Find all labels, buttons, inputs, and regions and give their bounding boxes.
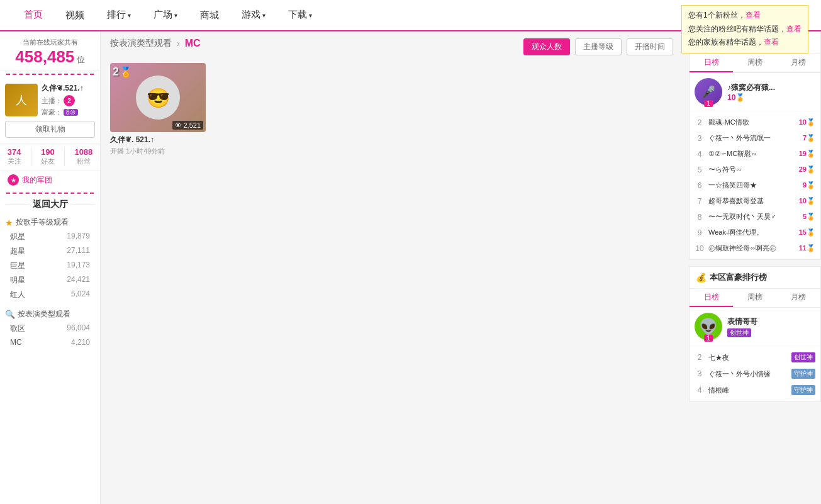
rich-rank-1[interactable]: 👽 1 表情哥哥 创世神	[690, 308, 820, 346]
rank-info-4: ①②∽MC靳慰∽	[708, 149, 795, 159]
host-rank-item-7[interactable]: 7 超哥恭喜默哥登基 10🏅	[690, 193, 820, 209]
tab-monthly-host[interactable]: 月榜	[777, 54, 820, 72]
host-rank-item-6[interactable]: 6 一☆搞笑四哥★ 9🏅	[690, 177, 820, 193]
host-rank1-score: 10🏅	[727, 93, 745, 102]
host-rank-item-4[interactable]: 4 ①②∽MC靳慰∽ 19🏅	[690, 146, 820, 162]
friends-count: 190	[41, 147, 55, 157]
host-ranking-tabs: 日榜 周榜 月榜	[690, 54, 820, 73]
nav-download[interactable]: 下载	[277, 0, 323, 31]
divider-1	[6, 74, 94, 75]
notification-link-3[interactable]: 查看	[764, 38, 779, 47]
stream-card-1[interactable]: 😎 2 🏅 👁 2,521 久伴❦. 521.↑ 开播 1小时49分前	[110, 63, 206, 156]
rich-badge: 8⑩	[64, 109, 78, 116]
follow-label: 关注	[8, 157, 21, 166]
rich-rank-name-3: ぐ筱一丶外号小情缘	[708, 369, 788, 379]
rich-rank-list: 2 七★夜 创世神 3 ぐ筱一丶外号小情缘 守护神 4 情根峰	[690, 346, 820, 401]
rich-rank-badge-2: 创世神	[791, 352, 815, 362]
host-rank-item-3[interactable]: 3 ぐ筱一丶外号流氓一 7🏅	[690, 130, 820, 146]
nav-section-singer: ★ 按歌手等级观看 炽星 19,879 超星 27,111 巨星 19,173 …	[5, 215, 95, 302]
nav-row-chixing[interactable]: 炽星 19,879	[5, 230, 95, 244]
tab-weekly-host[interactable]: 周榜	[733, 54, 776, 72]
stat-follow[interactable]: 374 关注	[8, 147, 21, 166]
host-ranking-box: 🏆 本区主播排行榜 日榜 周榜 月榜 🎤 1 ♪猿窝必有猿...	[689, 31, 821, 260]
rich-rank-name-4: 情根峰	[708, 386, 788, 395]
user-profile: 人 久伴❦.521.↑ 主播： 2 富豪： 8⑩ 领取礼物	[0, 78, 100, 143]
user-meta-rich: 富豪： 8⑩	[42, 108, 95, 117]
nav-section-type: 🔍 按表演类型观看 歌区 96,004 MC 4,210	[5, 307, 95, 349]
rich-rank-info-3: ぐ筱一丶外号小情缘	[708, 369, 788, 379]
rich-rank-item-2[interactable]: 2 七★夜 创世神	[690, 349, 820, 366]
fans-label: 粉丝	[74, 157, 92, 166]
rich-rank-num-3: 3	[695, 369, 705, 378]
star-icon: ★	[5, 218, 13, 228]
nav-row-mc[interactable]: MC 4,210	[5, 336, 95, 349]
nav-games[interactable]: 游戏	[230, 0, 277, 31]
rank-num-2: 2	[695, 118, 705, 127]
nav-row-juxing[interactable]: 巨星 19,173	[5, 259, 95, 273]
host-rank-item-8[interactable]: 8 〜〜无双时代丶天昊♂ 5🏅	[690, 209, 820, 225]
host-rank-item-9[interactable]: 9 Weak-啊佳代理。 15🏅	[690, 225, 820, 240]
stream-grid: 😎 2 🏅 👁 2,521 久伴❦. 521.↑ 开播 1小时49分前	[110, 63, 673, 156]
search-icon: 🔍	[5, 310, 15, 319]
stat-friends[interactable]: 190 好友	[41, 147, 55, 166]
rank-name-3: ぐ筱一丶外号流氓一	[708, 133, 799, 143]
filter-time[interactable]: 开播时间	[627, 38, 673, 55]
user-info-col: 久伴❦.521.↑ 主播： 2 富豪： 8⑩	[42, 83, 95, 117]
rank-info-5: 〜ら符号∽	[708, 165, 795, 174]
notification-3: 您的家族有精华话题，查看	[688, 36, 801, 50]
nav-plaza[interactable]: 广场	[142, 0, 189, 31]
notification-1: 您有1个新粉丝，查看	[688, 9, 801, 23]
notification-link-1[interactable]: 查看	[746, 11, 761, 20]
breadcrumb-parent[interactable]: 按表演类型观看	[110, 38, 172, 49]
user-avatar-row: 人 久伴❦.521.↑ 主播： 2 富豪： 8⑩	[5, 83, 95, 117]
rich-rank-item-4[interactable]: 4 情根峰 守护神	[690, 382, 820, 398]
rank-name-4: ①②∽MC靳慰∽	[708, 149, 795, 159]
host-rank-list: 2 戳魂-MC情歌 10🏅 3 ぐ筱一丶外号流氓一 7🏅 4	[690, 111, 820, 259]
nav-ranking[interactable]: 排行	[96, 0, 142, 31]
filter-viewers[interactable]: 观众人数	[523, 38, 570, 55]
rank-num-5: 5	[695, 165, 705, 174]
rank-name-6: 一☆搞笑四哥★	[708, 181, 799, 190]
left-sidebar: 当前在线玩家共有 458,485 位 人 久伴❦.521.↑ 主播： 2	[0, 31, 101, 504]
rank-num-4: 4	[695, 150, 705, 159]
team-button[interactable]: ★ 我的军团	[0, 171, 100, 189]
breadcrumb-arrow: ›	[177, 38, 180, 48]
notification-link-2[interactable]: 查看	[786, 25, 801, 33]
user-meta-streamer: 主播： 2	[42, 95, 95, 106]
host-rank-item-2[interactable]: 2 戳魂-MC情歌 10🏅	[690, 115, 820, 130]
tab-daily-host[interactable]: 日榜	[690, 54, 733, 72]
host-rank-1[interactable]: 🎤 1 ♪猿窝必有猿... 10🏅	[690, 73, 820, 111]
hall-title: 返回大厅	[5, 199, 95, 210]
rank-info-9: Weak-啊佳代理。	[708, 228, 795, 237]
nav-video[interactable]: 视频	[54, 0, 96, 31]
tab-monthly-rich[interactable]: 月榜	[777, 289, 820, 307]
divider-2	[6, 193, 94, 194]
eye-icon: 👁	[175, 121, 182, 129]
host-rank-item-5[interactable]: 5 〜ら符号∽ 29🏅	[690, 162, 820, 177]
rank-info-3: ぐ筱一丶外号流氓一	[708, 133, 799, 143]
friends-label: 好友	[41, 157, 55, 166]
nav-row-chaoxing[interactable]: 超星 27,111	[5, 244, 95, 259]
nav-row-hongren[interactable]: 红人 5,024	[5, 288, 95, 302]
tab-weekly-rich[interactable]: 周榜	[733, 289, 776, 307]
nav-row-geequ[interactable]: 歌区 96,004	[5, 322, 95, 336]
stat-fans[interactable]: 1088 粉丝	[74, 147, 92, 166]
nav-home[interactable]: 首页	[13, 0, 54, 31]
rank-score-5: 29🏅	[799, 165, 815, 174]
host-rank-item-10[interactable]: 10 ㊣铜鼓神经哥∽啊亮㊣ 11🏅	[690, 240, 820, 256]
rich-rank-item-3[interactable]: 3 ぐ筱一丶外号小情缘 守护神	[690, 366, 820, 382]
viewer-count-1: 👁 2,521	[172, 121, 203, 130]
rich-rank-num-2: 2	[695, 353, 705, 362]
host-rank1-avatar-wrap: 🎤 1	[695, 78, 722, 106]
nav-row-mingxing[interactable]: 明星 24,421	[5, 273, 95, 288]
nav-section-header-singer: ★ 按歌手等级观看	[5, 215, 95, 230]
gift-button[interactable]: 领取礼物	[5, 121, 95, 138]
rank-num-8: 8	[695, 213, 705, 221]
tab-daily-rich[interactable]: 日榜	[690, 289, 733, 307]
filter-level[interactable]: 主播等级	[575, 38, 622, 55]
fans-count: 1088	[74, 147, 92, 157]
rank-score-7: 10🏅	[799, 197, 815, 205]
rich-rank1-info: 表情哥哥 创世神	[727, 316, 815, 337]
nav-shop[interactable]: 商城	[189, 0, 230, 31]
rank-name-8: 〜〜无双时代丶天昊♂	[708, 212, 799, 221]
